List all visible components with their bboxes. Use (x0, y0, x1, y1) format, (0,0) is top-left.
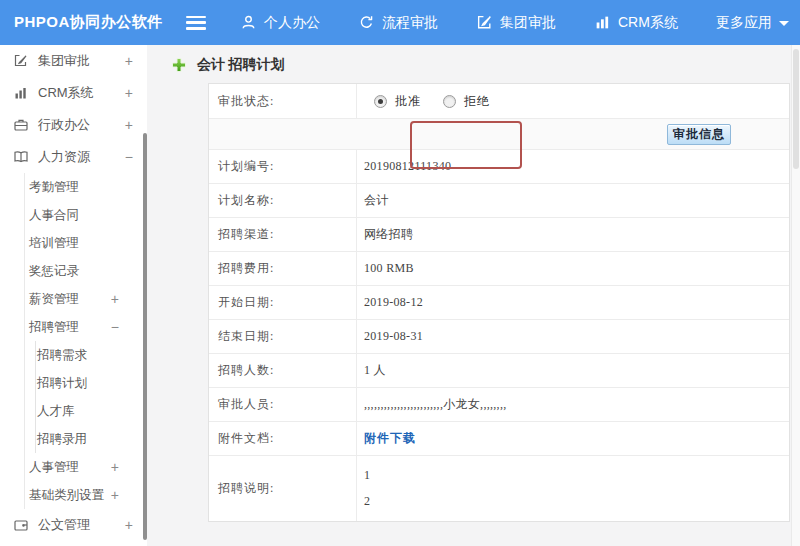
field-label: 招聘说明: (209, 456, 357, 521)
field-value: 100 RMB (357, 252, 789, 285)
field-value-text: 20190812111340 (364, 159, 451, 174)
form-row: 审批人员: ,,,,,,,,,,,,,,,,,,,,,,,,小龙女,,,,,,,… (209, 388, 789, 422)
field-label: 审批人员: (209, 388, 357, 421)
sidebar-item[interactable]: 公文管理 + (0, 509, 147, 541)
form-row: 招聘说明: 12 (209, 456, 789, 521)
radio-reject[interactable] (443, 95, 456, 108)
field-value-text: 2019-08-12 (364, 295, 423, 310)
field-value: 12 (357, 456, 789, 521)
sidebar-item[interactable]: 用车管理 + (0, 541, 147, 546)
sidebar-item[interactable]: 基础类别设置 + (24, 481, 147, 509)
radio-approve[interactable] (374, 95, 387, 108)
field-value-text: 会计 (364, 192, 389, 209)
sidebar-item[interactable]: 人事合同 (24, 201, 147, 229)
caret-down-icon (779, 21, 789, 26)
expand-toggle-icon[interactable]: + (125, 86, 133, 100)
wallet-icon (12, 517, 29, 534)
sidebar-item[interactable]: 薪资管理 + (24, 285, 147, 313)
edit-icon (476, 14, 493, 31)
field-value: 1 人 (357, 354, 789, 387)
approval-info-button[interactable]: 审批信息 (667, 124, 731, 145)
field-label: 开始日期: (209, 286, 357, 319)
user-icon (240, 14, 257, 31)
form-row: 开始日期: 2019-08-12 (209, 286, 789, 320)
field-value: 会计 (357, 184, 789, 217)
field-value: 2019-08-31 (357, 320, 789, 353)
expand-toggle-icon[interactable]: + (125, 54, 133, 68)
field-label: 附件文档: (209, 422, 357, 455)
form-row: 招聘费用: 100 RMB (209, 252, 789, 286)
bar-chart-icon (12, 85, 29, 102)
expand-toggle-icon[interactable]: + (111, 460, 119, 474)
field-value-text: 2019-08-31 (364, 329, 423, 344)
sidebar-item[interactable]: 招聘管理 − (24, 313, 147, 341)
sidebar-item[interactable]: 招聘需求 (24, 341, 147, 369)
field-value: ,,,,,,,,,,,,,,,,,,,,,,,,小龙女,,,,,,,, (357, 388, 789, 421)
menu-icon[interactable] (186, 16, 206, 30)
main-content: 会计 招聘计划 审批状态: 批准 拒绝 审批信息 计划编号: 201908121… (147, 45, 800, 546)
sidebar-item[interactable]: 人才库 (24, 397, 147, 425)
expand-toggle-icon[interactable]: + (125, 518, 133, 532)
approval-radio-group: 批准 拒绝 (364, 93, 504, 110)
field-label: 计划编号: (209, 150, 357, 183)
field-label: 计划名称: (209, 184, 357, 217)
nav-process-approval[interactable]: 流程审批 (358, 14, 438, 32)
app-logo: PHPOA协同办公软件 (0, 13, 178, 32)
form-row: 计划编号: 20190812111340 (209, 150, 789, 184)
field-label: 结束日期: (209, 320, 357, 353)
sidebar: 集团审批 + CRM系统 + 行政办公 + 人力资源 − 考勤管理 人事合同 培… (0, 45, 147, 546)
expand-toggle-icon[interactable]: + (125, 118, 133, 132)
field-label: 招聘费用: (209, 252, 357, 285)
sidebar-scrollbar-thumb[interactable] (143, 133, 147, 540)
field-value-text: 网络招聘 (364, 226, 413, 243)
expand-toggle-icon[interactable]: + (111, 488, 119, 502)
top-navigation: 个人办公 流程审批 集团审批 CRM系统 (240, 14, 789, 32)
field-value: 20190812111340 (357, 150, 789, 183)
sidebar-item[interactable]: 集团审批 + (0, 45, 147, 77)
field-label: 招聘渠道: (209, 218, 357, 251)
sidebar-item[interactable]: 招聘计划 (24, 369, 147, 397)
attachment-download-link[interactable]: 附件下载 (364, 430, 416, 447)
edit-icon (12, 53, 29, 70)
page-scrollbar[interactable] (791, 45, 800, 546)
detail-form: 审批状态: 批准 拒绝 审批信息 计划编号: 20190812111340 计划… (208, 83, 790, 522)
sidebar-item[interactable]: 人事管理 + (24, 453, 147, 481)
nav-crm-system[interactable]: CRM系统 (594, 14, 678, 32)
expand-toggle-icon[interactable]: + (111, 292, 119, 306)
expand-toggle-icon[interactable]: − (125, 150, 133, 164)
field-value: 2019-08-12 (357, 286, 789, 319)
field-value-text: 100 RMB (364, 261, 414, 276)
form-row: 结束日期: 2019-08-31 (209, 320, 789, 354)
nav-more-apps[interactable]: 更多应用 (716, 14, 789, 32)
expand-toggle-icon[interactable]: − (111, 320, 119, 334)
field-value-text: 1 人 (364, 362, 386, 379)
form-row: 招聘渠道: 网络招聘 (209, 218, 789, 252)
sidebar-item[interactable]: 培训管理 (24, 229, 147, 257)
briefcase-icon (12, 117, 29, 134)
field-label: 审批状态: (209, 84, 357, 118)
form-row-approval-status: 审批状态: 批准 拒绝 (209, 84, 789, 119)
field-value: 网络招聘 (357, 218, 789, 251)
top-bar: PHPOA协同办公软件 个人办公 流程审批 (0, 0, 800, 45)
book-icon (12, 149, 29, 166)
process-icon (358, 14, 375, 31)
field-value-line: 2 (364, 494, 370, 509)
form-row: 附件文档: 附件下载 (209, 422, 789, 456)
field-label: 招聘人数: (209, 354, 357, 387)
sidebar-item[interactable]: 奖惩记录 (24, 257, 147, 285)
field-value: 附件下载 (357, 422, 789, 455)
form-row-actions: 审批信息 (209, 119, 789, 150)
sidebar-item[interactable]: 人力资源 − (0, 141, 147, 173)
nav-group-approval[interactable]: 集团审批 (476, 14, 556, 32)
form-row: 计划名称: 会计 (209, 184, 789, 218)
form-row: 招聘人数: 1 人 (209, 354, 789, 388)
page-title: 会计 招聘计划 (171, 56, 285, 74)
sidebar-item[interactable]: CRM系统 + (0, 77, 147, 109)
nav-personal-office[interactable]: 个人办公 (240, 14, 320, 32)
field-value-line: 1 (364, 468, 370, 483)
sidebar-item[interactable]: 行政办公 + (0, 109, 147, 141)
field-value-text: ,,,,,,,,,,,,,,,,,,,,,,,,小龙女,,,,,,,, (364, 396, 507, 413)
sidebar-item[interactable]: 考勤管理 (24, 173, 147, 201)
page-scrollbar-thumb[interactable] (793, 49, 799, 169)
sidebar-item[interactable]: 招聘录用 (24, 425, 147, 453)
